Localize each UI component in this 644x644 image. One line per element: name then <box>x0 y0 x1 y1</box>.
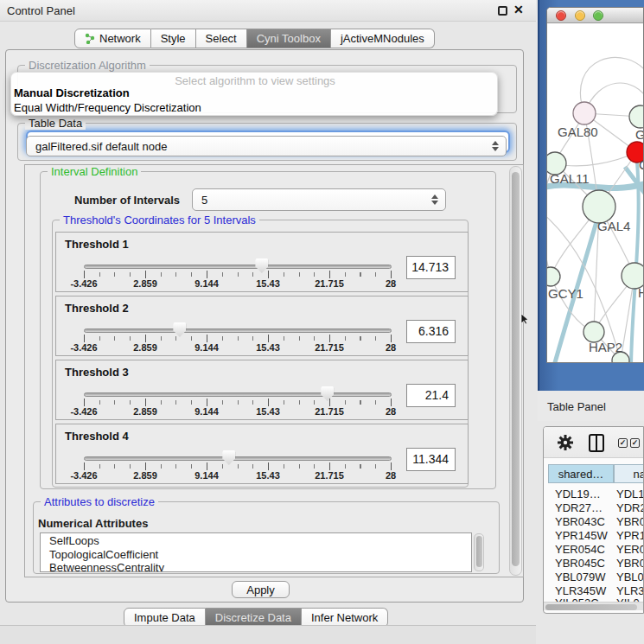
slider-minor-ticks <box>84 272 392 277</box>
interval-definition-title: Interval Definition <box>48 165 141 178</box>
threshold-value-field[interactable]: 21.4 <box>406 384 456 407</box>
num-intervals-label: Number of Intervals <box>74 194 180 207</box>
slider-track[interactable] <box>84 456 392 461</box>
node-gcy1[interactable] <box>547 267 560 286</box>
slider-track[interactable] <box>84 265 392 269</box>
threshold-4-box: Threshold 4 -3.426 2.859 9.144 15.43 21.… <box>55 424 469 484</box>
node-label: GA <box>635 127 644 142</box>
scrollbar-thumb[interactable] <box>512 172 520 566</box>
table-data-value: galFiltered.sif default node <box>35 140 167 153</box>
footer-area <box>0 626 536 644</box>
dropdown-item-equal-width-frequency[interactable]: Equal Width/Frequency Discretization <box>14 101 201 114</box>
node-label: C <box>639 157 644 172</box>
network-icon <box>85 33 95 44</box>
column-header-shared[interactable]: shared… <box>548 464 614 483</box>
slider-minor-ticks <box>84 400 392 405</box>
table-row[interactable]: YBL079WYBL0 <box>548 571 644 584</box>
node-label: HAP2 <box>589 340 622 354</box>
dropdown-item-manual-discretization[interactable]: Manual Discretization <box>14 86 130 99</box>
list-item[interactable]: SelfLoops <box>41 533 471 547</box>
panel-title: Control Panel <box>7 4 75 17</box>
numerical-attributes-list[interactable]: SelfLoops TopologicalCoefficient Between… <box>40 532 472 572</box>
slider-thumb[interactable] <box>321 386 334 401</box>
threshold-value-field[interactable]: 6.316 <box>406 320 456 343</box>
table-panel-header: Table Panel <box>538 391 644 421</box>
table-data-combobox[interactable]: galFiltered.sif default node <box>26 136 507 156</box>
slider-thumb[interactable] <box>255 258 268 273</box>
table-toolbar: ✓ ✓ <box>544 427 644 458</box>
threshold-3-box: Threshold 3 -3.426 2.859 9.144 15.43 21.… <box>55 360 469 420</box>
network-window: GAL80 GA C GAL11 GAL4 GCY1 H HAP2 <box>546 7 644 363</box>
combo-arrows-icon <box>431 194 438 205</box>
network-canvas[interactable]: GAL80 GA C GAL11 GAL4 GCY1 H HAP2 <box>547 23 644 363</box>
tab-jactivemnodules[interactable]: jActiveMNodules <box>331 29 435 48</box>
table-data-title: Table Data <box>25 117 86 130</box>
checkbox-icon[interactable]: ✓ <box>630 438 640 448</box>
threshold-label: Threshold 1 <box>65 238 129 251</box>
split-columns-icon[interactable] <box>589 434 604 452</box>
float-window-icon[interactable] <box>498 6 507 16</box>
tab-style[interactable]: Style <box>151 29 196 48</box>
gear-icon[interactable] <box>558 435 573 450</box>
list-item[interactable]: BetweennessCentrality <box>41 560 471 572</box>
mouse-cursor <box>521 314 530 325</box>
list-scrollbar[interactable] <box>474 533 484 571</box>
zoom-traffic-light-icon[interactable] <box>593 10 603 21</box>
checkbox-icon[interactable]: ✓ <box>618 438 628 448</box>
threshold-label: Threshold 3 <box>65 366 129 379</box>
tab-network[interactable]: Network <box>74 29 151 48</box>
close-icon[interactable]: ✕ <box>513 3 524 16</box>
thresholds-title: Threshold's Coordinates for 5 Intervals <box>60 214 259 226</box>
table-panel-box: ✓ ✓ shared… na YDL19…YDL1 YDR27…YDR2 YBR… <box>543 426 644 614</box>
table-row[interactable]: YBR045CYBR0 <box>548 557 644 571</box>
node-label: GAL4 <box>597 219 630 233</box>
threshold-1-box: Threshold 1 -3.426 2.859 9.144 15.43 21.… <box>55 232 469 292</box>
threshold-value-field[interactable]: 14.713 <box>406 256 456 279</box>
node-clipped-right[interactable] <box>629 105 644 128</box>
threshold-label: Threshold 4 <box>65 430 129 443</box>
table-row[interactable]: YER054CYER0 <box>548 543 644 557</box>
dropdown-hint: Select algorithm to view settings <box>11 74 499 87</box>
tab-select[interactable]: Select <box>196 29 247 48</box>
vertical-scrollbar[interactable] <box>509 166 522 576</box>
slider-thumb[interactable] <box>222 450 235 465</box>
algorithm-dropdown-popup: Select algorithm to view settings Manual… <box>10 72 498 116</box>
threshold-value-field[interactable]: 11.344 <box>406 448 456 471</box>
apply-button[interactable]: Apply <box>232 581 290 598</box>
list-scrollbar-thumb[interactable] <box>476 536 482 567</box>
slider-track[interactable] <box>84 328 392 333</box>
algorithm-group-title: Discretization Algorithm <box>25 59 150 72</box>
network-window-titlebar[interactable] <box>547 8 644 23</box>
node-label: GAL80 <box>558 124 598 139</box>
table-panel-title: Table Panel <box>547 400 606 413</box>
node-gal80[interactable] <box>573 102 596 124</box>
hscrollbar-thumb[interactable] <box>545 604 637 610</box>
node-label: GAL11 <box>550 171 590 186</box>
slider-minor-ticks <box>84 336 392 341</box>
num-intervals-value: 5 <box>201 194 207 207</box>
combo-arrows-icon <box>492 141 499 151</box>
table-row[interactable]: YDL19…YDL1 <box>548 488 644 501</box>
tab-cyni-toolbox[interactable]: Cyni Toolbox <box>247 29 331 48</box>
slider-track[interactable] <box>84 392 392 397</box>
minimize-traffic-light-icon[interactable] <box>575 10 585 21</box>
slider-minor-ticks <box>84 464 392 469</box>
top-tab-strip: Network Style Select Cyni Toolbox jActiv… <box>74 29 435 48</box>
numerical-attributes-label: Numerical Attributes <box>38 517 148 530</box>
node-label: GCY1 <box>548 286 583 301</box>
attributes-title: Attributes to discretize <box>41 495 158 508</box>
list-item[interactable]: TopologicalCoefficient <box>41 547 471 561</box>
node-label: H <box>638 285 644 300</box>
close-traffic-light-icon[interactable] <box>556 10 566 21</box>
column-header-name[interactable]: na <box>614 464 644 483</box>
num-intervals-combobox[interactable]: 5 <box>192 188 446 211</box>
slider-thumb[interactable] <box>173 322 186 337</box>
table-row[interactable]: YDR27…YDR2 <box>548 501 644 515</box>
threshold-label: Threshold 2 <box>65 302 129 315</box>
node-table: shared… na YDL19…YDL1 YDR27…YDR2 YBR043C… <box>548 464 644 609</box>
table-row[interactable]: YPR145WYPR1 <box>548 529 644 543</box>
control-panel-header <box>0 0 536 22</box>
threshold-2-box: Threshold 2 -3.426 2.859 9.144 15.43 21.… <box>55 296 469 356</box>
horizontal-scrollbar[interactable] <box>544 602 644 610</box>
table-row[interactable]: YBR043CYBR0 <box>548 515 644 529</box>
